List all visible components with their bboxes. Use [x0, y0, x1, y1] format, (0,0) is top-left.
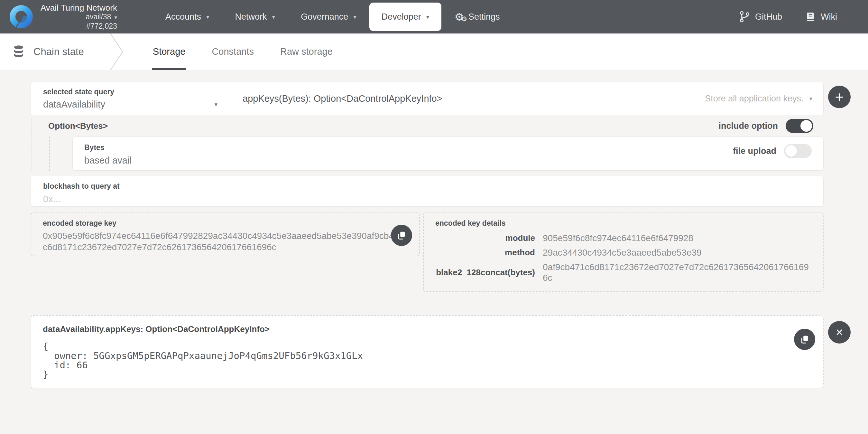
- nav-settings[interactable]: ⚙⚙ Settings: [441, 0, 513, 33]
- chain-spec-label: avail/38: [86, 12, 111, 21]
- network-name: Avail Turing Network: [40, 3, 117, 12]
- nav-label: Governance: [301, 12, 348, 22]
- nav-governance[interactable]: Governance ▾: [288, 0, 369, 33]
- link-label: Wiki: [821, 12, 837, 22]
- hasher-label: blake2_128concat(bytes): [435, 267, 535, 278]
- bytes-label: Bytes: [84, 143, 812, 152]
- chevron-down-icon: ▾: [272, 13, 275, 21]
- settings-gears-icon: ⚙⚙: [454, 11, 464, 22]
- encoded-details-grid: module 905e59f6c8fc974ec64116e6f6479928 …: [435, 233, 811, 283]
- avail-logo-icon[interactable]: [8, 4, 34, 30]
- method-value: 29ac34430c4934c5e3aaeed5abe53e39: [543, 247, 811, 258]
- nav-label: Developer: [381, 12, 421, 22]
- brand: Avail Turing Network avail/38▾ #772,023: [8, 3, 117, 31]
- tab-label: Raw storage: [280, 46, 333, 57]
- nav-label: Settings: [468, 12, 500, 22]
- external-links: GitHub Wiki: [727, 11, 849, 23]
- section-head: Chain state: [0, 33, 84, 70]
- nav-accounts[interactable]: Accounts ▾: [153, 0, 222, 33]
- nav-label: Accounts: [165, 12, 201, 22]
- encoded-key-label: encoded storage key: [43, 219, 408, 228]
- encoded-details-label: encoded key details: [435, 219, 811, 228]
- include-option-group: include option: [719, 119, 813, 133]
- tab-storage[interactable]: Storage: [152, 33, 186, 70]
- remove-query-button[interactable]: ×: [828, 321, 850, 344]
- module-label: module: [435, 233, 535, 243]
- tree-guide: [49, 137, 50, 171]
- result-title: dataAvailability.appKeys: Option<DaContr…: [43, 324, 778, 334]
- encoded-storage-key-box: encoded storage key 0x905e59f6c8fc974ec6…: [31, 212, 420, 256]
- bytes-input-card: Bytes based avail file upload: [72, 137, 824, 171]
- chevron-down-icon: ▾: [214, 101, 217, 108]
- nav-label: Network: [235, 12, 267, 22]
- chevron-down-icon: ▾: [114, 15, 117, 21]
- copy-storage-key-button[interactable]: [391, 225, 412, 246]
- blockhash-input[interactable]: 0x...: [43, 194, 811, 204]
- docs-text: Store all application keys.: [705, 94, 803, 104]
- include-option-label: include option: [719, 121, 778, 131]
- page-content: selected state query dataAvailability ▾ …: [0, 70, 868, 388]
- pallet-select[interactable]: selected state query dataAvailability ▾: [31, 88, 217, 110]
- tree-guide: [32, 118, 32, 171]
- chevron-down-icon: ▾: [353, 13, 356, 21]
- module-value: 905e59f6c8fc974ec64116e6f6479928: [543, 233, 811, 243]
- tab-label: Storage: [153, 46, 186, 57]
- file-upload-label: file upload: [733, 146, 776, 156]
- option-row: Option<Bytes> include option: [31, 115, 824, 137]
- bytes-input[interactable]: based avail: [84, 155, 812, 166]
- tabs: Storage Constants Raw storage: [152, 33, 359, 70]
- result-json: { owner: 5GGxpsGM5pERGAPqPxaaunejJoP4qGm…: [43, 342, 778, 379]
- database-icon: [12, 45, 25, 59]
- nav-network[interactable]: Network ▾: [222, 0, 288, 33]
- method-label: method: [435, 248, 535, 258]
- hasher-value: 0af9cb471c6d8171c23672ed7027e7d72c626173…: [543, 262, 811, 283]
- copy-icon: [800, 335, 809, 344]
- file-upload-group: file upload: [733, 144, 812, 158]
- copy-icon: [397, 231, 406, 240]
- nav-developer[interactable]: Developer ▾: [369, 3, 442, 31]
- file-upload-toggle[interactable]: [784, 144, 812, 158]
- encoded-key-details-box: encoded key details module 905e59f6c8fc9…: [423, 212, 824, 292]
- book-icon: [805, 11, 815, 22]
- encoded-row: encoded storage key 0x905e59f6c8fc974ec6…: [31, 212, 824, 292]
- encoded-storage-key-value: 0x905e59f6c8fc974ec64116e6f647992829ac34…: [43, 230, 408, 253]
- wiki-link[interactable]: Wiki: [794, 11, 849, 22]
- section-tabbar: Chain state Storage Constants Raw storag…: [0, 33, 868, 70]
- best-block-number: #772,023: [40, 22, 117, 31]
- add-query-button[interactable]: +: [828, 86, 850, 108]
- blockhash-card: blockhash to query at 0x...: [31, 176, 824, 207]
- option-type-label: Option<Bytes>: [48, 121, 108, 131]
- include-option-toggle[interactable]: [786, 119, 813, 133]
- result-row: dataAvailability.appKeys: Option<DaContr…: [31, 315, 824, 388]
- app-header: Avail Turing Network avail/38▾ #772,023 …: [0, 0, 868, 33]
- toggle-knob: [800, 120, 812, 132]
- code-branch-icon: [739, 11, 750, 23]
- method-docs[interactable]: Store all application keys. ▾: [705, 94, 823, 104]
- chain-spec-selector[interactable]: avail/38▾: [40, 12, 117, 22]
- selected-query-card: selected state query dataAvailability ▾ …: [31, 82, 824, 115]
- tab-label: Constants: [212, 46, 254, 57]
- chevron-down-icon: ▾: [426, 13, 430, 21]
- section-title: Chain state: [33, 46, 84, 58]
- pallet-value: dataAvailability: [43, 99, 105, 110]
- github-link[interactable]: GitHub: [727, 11, 794, 23]
- tab-constants[interactable]: Constants: [211, 33, 254, 70]
- toggle-knob: [785, 145, 797, 157]
- query-label: selected state query: [43, 88, 217, 96]
- copy-result-button[interactable]: [794, 329, 815, 350]
- network-info: Avail Turing Network avail/38▾ #772,023: [40, 3, 117, 31]
- breadcrumb-divider: [109, 33, 124, 70]
- query-row: selected state query dataAvailability ▾ …: [31, 82, 824, 115]
- link-label: GitHub: [755, 12, 782, 22]
- chevron-down-icon: ▾: [809, 95, 812, 103]
- blockhash-label: blockhash to query at: [43, 182, 811, 191]
- chevron-down-icon: ▾: [206, 13, 210, 21]
- tab-raw-storage[interactable]: Raw storage: [280, 33, 333, 70]
- method-signature[interactable]: appKeys(Bytes): Option<DaControlAppKeyIn…: [243, 93, 442, 104]
- query-result-card: dataAvailability.appKeys: Option<DaContr…: [31, 315, 824, 388]
- main-nav: Accounts ▾ Network ▾ Governance ▾ Develo…: [153, 0, 513, 33]
